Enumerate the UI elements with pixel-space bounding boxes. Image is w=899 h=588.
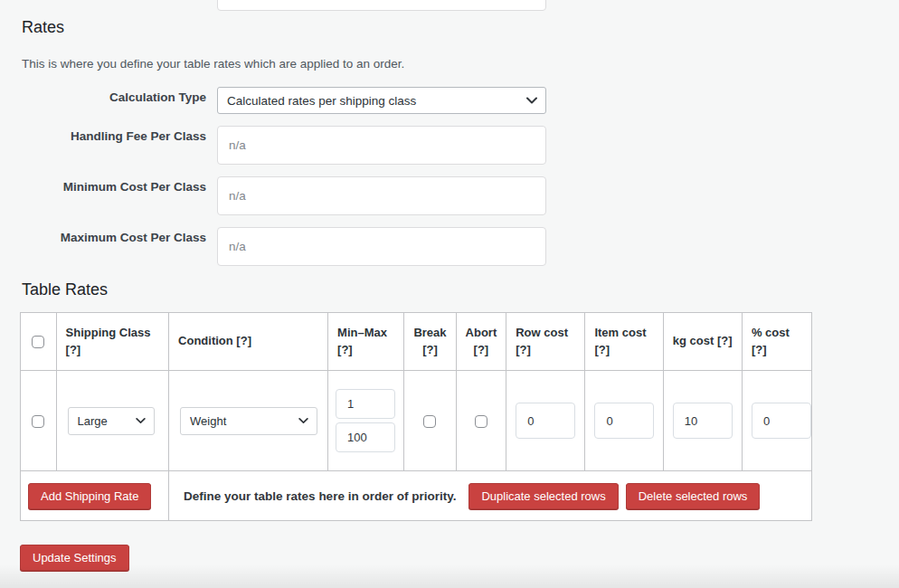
min-max-cell	[328, 371, 404, 471]
col-item-cost-label: Item cost	[594, 326, 646, 339]
col-percent-cost-label: % cost	[752, 326, 790, 339]
col-shipping-class-label: Shipping Class	[66, 326, 151, 339]
handling-fee-label: Handling Fee Per Class	[22, 126, 206, 145]
col-kg-cost-label: kg cost	[673, 334, 714, 347]
abort-cell	[456, 371, 506, 471]
footer-actions-cell: Define your table rates here in order of…	[169, 471, 812, 521]
help-link[interactable]: [?]	[422, 343, 438, 356]
select-all-checkbox[interactable]	[32, 336, 44, 348]
partial-input-above[interactable]	[217, 0, 546, 11]
help-link[interactable]: [?]	[717, 334, 733, 347]
rates-form: Calculation Type Calculated rates per sh…	[0, 87, 899, 266]
help-link[interactable]: [?]	[752, 343, 767, 356]
abort-checkbox[interactable]	[475, 415, 487, 428]
calculation-type-select[interactable]: Calculated rates per shipping class	[217, 87, 546, 114]
minimum-cost-label: Minimum Cost Per Class	[22, 176, 206, 195]
condition-cell: Weight	[169, 371, 328, 471]
delete-rows-button[interactable]: Delete selected rows	[626, 483, 761, 509]
kg-cost-cell	[663, 371, 742, 471]
help-link[interactable]: [?]	[337, 343, 353, 356]
col-item-cost: Item cost [?]	[585, 313, 663, 371]
break-checkbox[interactable]	[423, 415, 436, 428]
item-cost-cell	[585, 371, 663, 471]
rates-section-title: Rates	[22, 18, 899, 37]
row-select-checkbox[interactable]	[32, 415, 44, 428]
table-footer-row: Add Shipping Rate Define your table rate…	[21, 471, 812, 521]
select-all-cell	[21, 313, 57, 371]
bottom-fade	[0, 564, 899, 588]
col-min-max: Min–Max [?]	[328, 313, 404, 371]
priority-note: Define your table rates here in order of…	[184, 489, 456, 503]
handling-fee-row: Handling Fee Per Class	[22, 126, 899, 165]
col-percent-cost: % cost [?]	[742, 313, 811, 371]
row-cost-cell	[506, 371, 585, 471]
col-condition: Condition [?]	[169, 313, 328, 371]
kg-cost-input[interactable]	[673, 403, 733, 439]
table-rates-title: Table Rates	[22, 280, 899, 299]
percent-cost-input[interactable]	[752, 403, 811, 439]
handling-fee-input[interactable]	[217, 126, 546, 165]
row-cost-input[interactable]	[516, 403, 575, 439]
col-shipping-class: Shipping Class [?]	[56, 313, 169, 371]
minimum-cost-row: Minimum Cost Per Class	[22, 176, 899, 215]
col-kg-cost: kg cost [?]	[663, 313, 742, 371]
minimum-cost-input[interactable]	[217, 176, 546, 215]
col-break: Break [?]	[404, 313, 456, 371]
calculation-type-row: Calculation Type Calculated rates per sh…	[22, 87, 899, 114]
maximum-cost-label: Maximum Cost Per Class	[22, 227, 206, 246]
help-link[interactable]: [?]	[516, 343, 531, 356]
col-condition-label: Condition	[178, 334, 233, 347]
col-row-cost: Row cost [?]	[506, 313, 585, 371]
add-shipping-rate-button[interactable]: Add Shipping Rate	[28, 483, 151, 509]
row-select-cell	[21, 371, 57, 471]
update-settings-button[interactable]: Update Settings	[20, 545, 129, 571]
maximum-cost-row: Maximum Cost Per Class	[22, 227, 899, 266]
help-link[interactable]: [?]	[236, 334, 251, 347]
col-abort: Abort [?]	[456, 313, 506, 371]
break-cell	[404, 371, 456, 471]
help-link[interactable]: [?]	[474, 343, 489, 356]
max-input[interactable]	[336, 422, 395, 452]
percent-cost-cell	[742, 371, 811, 471]
table-header-row: Shipping Class [?] Condition [?] Min–Max…	[21, 313, 812, 371]
condition-select[interactable]: Weight	[180, 407, 317, 435]
table-rates: Shipping Class [?] Condition [?] Min–Max…	[20, 312, 812, 521]
min-input[interactable]	[336, 389, 395, 419]
duplicate-rows-button[interactable]: Duplicate selected rows	[468, 483, 618, 509]
rates-section-description: This is where you define your table rate…	[22, 57, 899, 71]
table-row: Large Weight	[21, 371, 812, 471]
shipping-class-select[interactable]: Large	[68, 407, 155, 435]
maximum-cost-input[interactable]	[217, 227, 546, 266]
col-min-max-label: Min–Max	[337, 326, 387, 339]
add-rate-cell: Add Shipping Rate	[21, 471, 169, 521]
col-abort-label: Abort	[466, 326, 497, 339]
help-link[interactable]: [?]	[594, 343, 610, 356]
calculation-type-label: Calculation Type	[22, 87, 206, 106]
col-break-label: Break	[413, 326, 446, 339]
col-row-cost-label: Row cost	[516, 326, 568, 339]
shipping-class-cell: Large	[56, 371, 169, 471]
item-cost-input[interactable]	[594, 403, 654, 439]
help-link[interactable]: [?]	[66, 343, 81, 356]
